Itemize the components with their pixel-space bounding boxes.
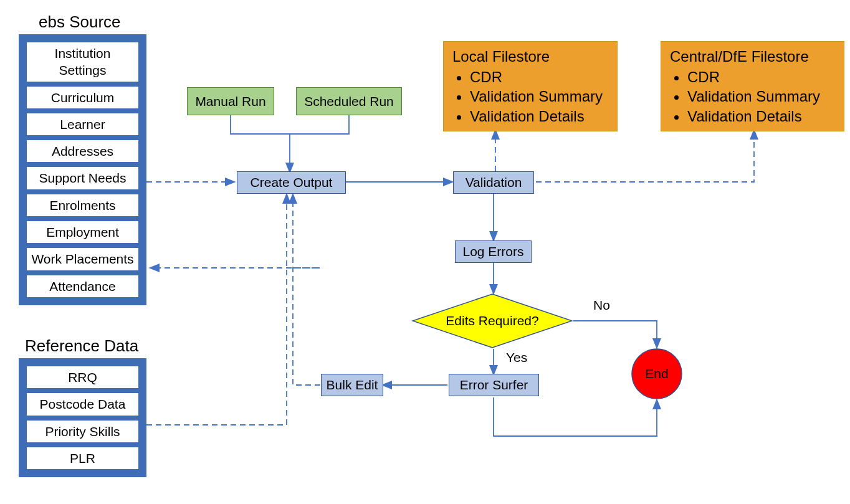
ref-item-priority-skills: Priority Skills: [26, 420, 139, 443]
scheduled-run-label: Scheduled Run: [304, 94, 394, 109]
central-filestore-item-cdr: CDR: [687, 67, 835, 87]
create-output-box: Create Output: [237, 171, 346, 194]
ref-item-plr: PLR: [26, 447, 139, 470]
ebs-item-addresses: Addresses: [26, 140, 139, 163]
scheduled-run-box: Scheduled Run: [296, 87, 402, 115]
local-filestore-item-valdet: Validation Details: [470, 107, 608, 126]
reference-data-panel: RRQ Postcode Data Priority Skills PLR: [19, 358, 146, 477]
bulk-edit-box: Bulk Edit: [321, 374, 383, 396]
reference-data-title: Reference Data: [25, 336, 138, 356]
central-filestore-title: Central/DfE Filestore: [670, 47, 835, 66]
edits-required-decision: Edits Required?: [411, 293, 573, 349]
create-output-label: Create Output: [251, 175, 333, 190]
ebs-source-title: ebs Source: [39, 12, 121, 32]
local-filestore-title: Local Filestore: [452, 47, 608, 66]
ebs-item-curriculum: Curriculum: [26, 86, 139, 109]
central-filestore-box: Central/DfE Filestore CDR Validation Sum…: [661, 41, 844, 131]
error-surfer-label: Error Surfer: [460, 378, 528, 392]
edits-required-label: Edits Required?: [446, 313, 538, 328]
log-errors-box: Log Errors: [455, 240, 532, 263]
ebs-item-enrolments: Enrolments: [26, 194, 139, 217]
central-filestore-item-valdet: Validation Details: [687, 107, 835, 126]
error-surfer-box: Error Surfer: [449, 374, 539, 396]
ref-item-postcode: Postcode Data: [26, 392, 139, 416]
ref-item-rrq: RRQ: [26, 366, 139, 389]
decision-no-label: No: [593, 298, 610, 313]
end-label: End: [645, 366, 668, 381]
bulk-edit-label: Bulk Edit: [327, 378, 378, 392]
local-filestore-item-valsum: Validation Summary: [470, 87, 608, 106]
ebs-item-attendance: Attendance: [26, 275, 139, 298]
end-node: End: [631, 348, 683, 400]
ebs-item-learner: Learner: [26, 113, 139, 136]
manual-run-label: Manual Run: [195, 94, 265, 109]
log-errors-label: Log Errors: [462, 244, 523, 259]
ebs-item-work-placements: Work Placements: [26, 247, 139, 270]
validation-label: Validation: [466, 175, 522, 190]
ebs-source-panel: Institution Settings Curriculum Learner …: [19, 34, 146, 305]
ebs-item-employment: Employment: [26, 221, 139, 244]
local-filestore-box: Local Filestore CDR Validation Summary V…: [443, 41, 618, 131]
central-filestore-item-valsum: Validation Summary: [687, 87, 835, 106]
decision-yes-label: Yes: [506, 350, 527, 365]
ebs-item-institution-settings: Institution Settings: [26, 42, 139, 82]
ebs-item-support-needs: Support Needs: [26, 166, 139, 189]
local-filestore-item-cdr: CDR: [470, 67, 608, 87]
manual-run-box: Manual Run: [187, 87, 274, 115]
validation-box: Validation: [453, 171, 534, 194]
